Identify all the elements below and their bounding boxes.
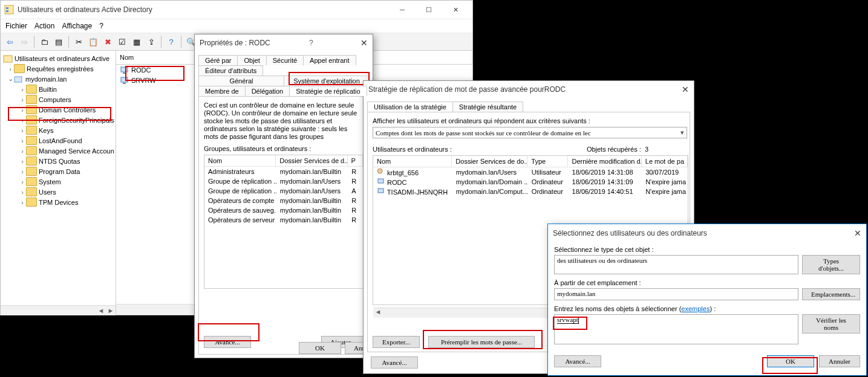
- expand-icon[interactable]: ›: [19, 137, 26, 144]
- advanced-button[interactable]: Avancé...: [371, 356, 418, 369]
- scroll-right-icon[interactable]: ►: [106, 307, 116, 314]
- menu-action[interactable]: Action: [34, 22, 54, 30]
- menu-view[interactable]: Affichage: [62, 22, 92, 30]
- col-folder[interactable]: Dossier Services de do...: [452, 156, 527, 167]
- tree-domain-controllers[interactable]: Domain Controllers: [39, 106, 96, 114]
- props-icon[interactable]: ▤: [52, 35, 65, 48]
- expand-icon[interactable]: ›: [19, 96, 26, 103]
- object-types-button[interactable]: Types d'objets...: [802, 255, 860, 274]
- advanced-button[interactable]: Avancé...: [204, 336, 251, 348]
- tree-saved-queries[interactable]: Requêtes enregistrées: [27, 65, 94, 72]
- expand-icon[interactable]: ›: [19, 158, 26, 165]
- help-icon[interactable]: ?: [309, 39, 313, 47]
- tab-attributes[interactable]: Éditeur d'attributs: [198, 65, 263, 76]
- tree-builtin[interactable]: Builtin: [39, 86, 57, 93]
- close-icon[interactable]: ✕: [854, 228, 861, 238]
- expand-icon[interactable]: ›: [19, 178, 26, 185]
- tree-lostfound[interactable]: LostAndFound: [39, 137, 82, 144]
- table-row[interactable]: Opérateurs de sauveg...mydomain.lan/Buil…: [204, 205, 363, 215]
- folder-icon: [26, 198, 37, 207]
- up-icon[interactable]: 🗀: [38, 35, 51, 48]
- tree-pane[interactable]: Utilisateurs et ordinateurs Active ›Requ…: [1, 51, 116, 315]
- forward-icon[interactable]: ⇨: [18, 35, 31, 48]
- tree-system[interactable]: System: [39, 178, 61, 185]
- ok-button[interactable]: OK: [299, 342, 341, 354]
- locations-button[interactable]: Emplacements...: [802, 288, 860, 300]
- expand-icon[interactable]: ›: [7, 65, 14, 72]
- expand-icon[interactable]: ›: [19, 168, 26, 175]
- tree-programdata[interactable]: Program Data: [39, 168, 80, 175]
- examples-link[interactable]: exemples: [681, 305, 710, 312]
- expand-icon[interactable]: ›: [19, 117, 26, 124]
- tab-resultant[interactable]: Stratégie résultante: [452, 102, 523, 112]
- names-textarea[interactable]: srvwapt: [554, 314, 798, 344]
- expand-icon[interactable]: ›: [19, 127, 26, 134]
- tab-dialin[interactable]: Appel entrant: [303, 55, 356, 65]
- table-row[interactable]: Groupe de réplication ...mydomain.lan/Us…: [204, 176, 363, 186]
- tree-fsp[interactable]: ForeignSecurityPrincipals: [39, 117, 114, 124]
- close-icon[interactable]: ✕: [361, 38, 368, 48]
- expand-icon[interactable]: ›: [19, 147, 26, 155]
- table-row[interactable]: TISADMI-JH5NQRHmydomain.lan/Comput...Ord…: [373, 187, 688, 196]
- tab-security[interactable]: Sécurité: [266, 55, 304, 65]
- expand-icon[interactable]: ›: [19, 188, 26, 196]
- cancel-button[interactable]: Annuler: [819, 355, 860, 367]
- tree-root[interactable]: Utilisateurs et ordinateurs Active: [15, 55, 109, 62]
- table-row[interactable]: Groupe de réplication ...mydomain.lan/Us…: [204, 186, 363, 196]
- tab-usage[interactable]: Utilisation de la stratégie: [367, 102, 453, 112]
- table-row[interactable]: RODCmydomain.lan/Domain ...Ordinateur18/…: [373, 177, 688, 187]
- table-row[interactable]: krbtgt_656mydomain.lan/UsersUtilisateur1…: [373, 167, 688, 177]
- groups-grid[interactable]: Nom Dossier Services de d... P Administr…: [204, 155, 364, 289]
- col-folder[interactable]: Dossier Services de d...: [276, 155, 347, 166]
- refresh-icon[interactable]: ▦: [130, 35, 143, 48]
- filter-select[interactable]: Comptes dont les mots de passe sont stoc…: [373, 127, 687, 138]
- delete-icon[interactable]: ✖: [101, 35, 114, 48]
- copy-icon[interactable]: 📋: [86, 35, 100, 48]
- back-icon[interactable]: ⇦: [3, 35, 16, 48]
- ok-button[interactable]: OK: [767, 355, 814, 367]
- tab-general[interactable]: Général: [198, 76, 284, 86]
- collapse-icon[interactable]: ⌄: [7, 75, 14, 83]
- help-icon[interactable]: ?: [165, 35, 178, 48]
- advanced-button[interactable]: Avancé...: [554, 355, 601, 367]
- export-button[interactable]: Exporter...: [373, 336, 420, 348]
- col-p[interactable]: P: [348, 155, 363, 166]
- col-name[interactable]: Nom: [204, 155, 276, 166]
- col-name[interactable]: Nom: [373, 156, 452, 167]
- tab-memberof[interactable]: Membre de: [198, 86, 246, 96]
- tab-object[interactable]: Objet: [237, 55, 266, 65]
- expand-icon[interactable]: ›: [19, 106, 26, 114]
- export-icon[interactable]: ⇪: [145, 35, 158, 48]
- check-names-button[interactable]: Vérifier les noms: [802, 314, 860, 334]
- tree-users[interactable]: Users: [39, 188, 56, 196]
- prefill-button[interactable]: Préremplir les mots de passe...: [428, 336, 535, 348]
- tree-tpm[interactable]: TPM Devices: [39, 199, 78, 206]
- properties-icon[interactable]: ☑: [116, 35, 129, 48]
- close-button[interactable]: ✕: [442, 1, 469, 18]
- tree-domain[interactable]: mydomain.lan: [25, 76, 67, 83]
- tab-replication[interactable]: Stratégie de réplicatio: [289, 86, 367, 96]
- col-type[interactable]: Type: [527, 156, 568, 167]
- expand-icon[interactable]: ›: [19, 86, 26, 93]
- col-modified[interactable]: Dernière modification d...: [568, 156, 641, 167]
- col-pwd[interactable]: Le mot de pa: [642, 156, 688, 167]
- tab-managedby[interactable]: Géré par: [198, 55, 238, 65]
- menu-help[interactable]: ?: [99, 22, 103, 30]
- expand-icon[interactable]: ›: [19, 199, 26, 206]
- tab-delegation[interactable]: Délégation: [245, 86, 290, 96]
- menu-file[interactable]: Fichier: [5, 22, 27, 30]
- tree-ntds[interactable]: NTDS Quotas: [39, 158, 80, 165]
- scroll-left-icon[interactable]: ◄: [373, 308, 383, 318]
- tab-os[interactable]: Système d'exploitation: [284, 76, 370, 86]
- close-icon[interactable]: ✕: [682, 85, 689, 94]
- table-row[interactable]: Opérateurs de comptemydomain.lan/Builtin…: [204, 196, 363, 205]
- minimize-button[interactable]: ─: [389, 1, 416, 18]
- maximize-button[interactable]: ☐: [416, 1, 442, 18]
- table-row[interactable]: Administrateursmydomain.lan/BuiltinR: [204, 167, 363, 176]
- table-row[interactable]: Opérateurs de serveurmydomain.lan/Builti…: [204, 215, 363, 225]
- tree-computers[interactable]: Computers: [39, 96, 71, 103]
- scroll-left-icon[interactable]: ◄: [96, 307, 106, 314]
- cut-icon[interactable]: ✂: [72, 35, 85, 48]
- tree-msa[interactable]: Managed Service Accoun: [39, 147, 114, 155]
- tree-keys[interactable]: Keys: [39, 127, 53, 134]
